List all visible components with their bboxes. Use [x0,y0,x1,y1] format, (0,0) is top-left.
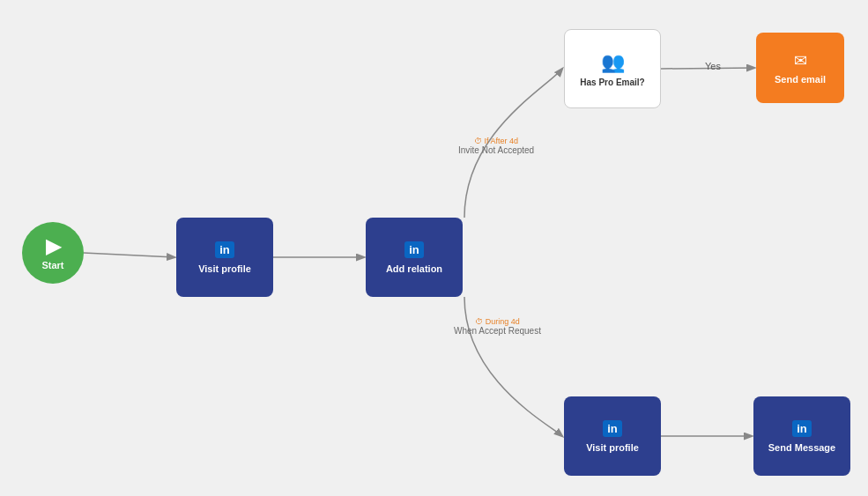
has-pro-email-node[interactable]: 👥 Has Pro Email? [564,29,661,108]
send-email-node[interactable]: ✉ Send email [756,33,844,103]
has-pro-email-label: Has Pro Email? [580,78,644,87]
start-label: Start [41,260,63,270]
after4d-text: Invite Not Accepted [458,145,534,155]
send-message-node[interactable]: in Send Message [753,396,850,476]
svg-line-0 [84,253,174,257]
after4d-edge-label: ⏱ If After 4d Invite Not Accepted [458,137,534,155]
visit-profile-2-node[interactable]: in Visit profile [564,396,661,476]
during4d-edge-label: ⏱ During 4d When Accept Request [454,317,541,336]
users-icon: 👥 [601,51,625,74]
start-node[interactable]: ▶ Start [22,222,84,284]
visit-profile-2-label: Visit profile [586,442,639,453]
yes-edge-label: Yes [705,61,721,71]
visit-profile-1-node[interactable]: in Visit profile [176,218,273,297]
during4d-text: When Accept Request [454,326,541,336]
add-relation-label: Add relation [386,263,442,274]
add-relation-node[interactable]: in Add relation [366,218,463,297]
visit-profile-1-label: Visit profile [198,263,251,274]
linkedin-logo-2: in [404,241,424,258]
send-email-label: Send email [775,74,826,85]
svg-line-2 [661,68,754,69]
clock-icon-1: ⏱ If After 4d [458,137,534,145]
linkedin-logo-4: in [792,420,812,437]
play-icon: ▶ [46,235,61,258]
linkedin-logo-1: in [215,241,234,258]
clock-icon-2: ⏱ During 4d [454,317,541,326]
send-message-label: Send Message [768,442,835,453]
mail-icon: ✉ [794,51,807,70]
linkedin-logo-3: in [603,420,622,437]
